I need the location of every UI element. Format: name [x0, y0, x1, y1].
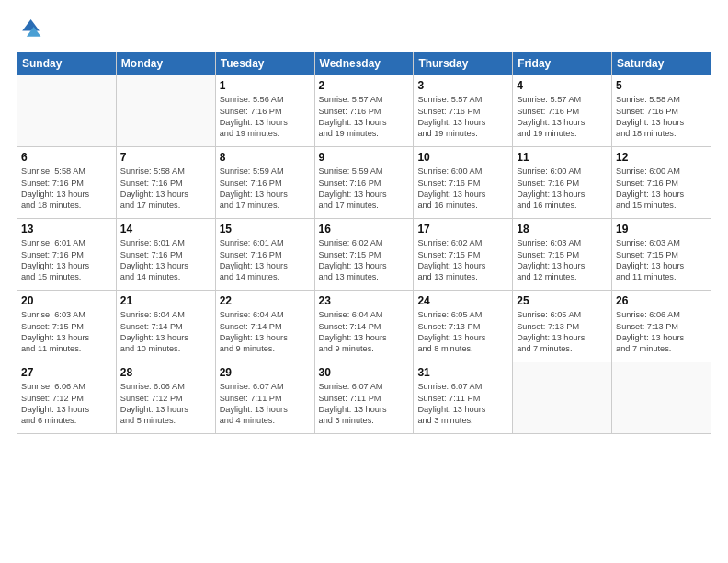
- day-info: Sunrise: 6:03 AM Sunset: 7:15 PM Dayligh…: [616, 237, 707, 283]
- calendar-cell: 20Sunrise: 6:03 AM Sunset: 7:15 PM Dayli…: [17, 291, 117, 362]
- day-number: 24: [417, 293, 508, 308]
- day-number: 3: [417, 78, 508, 93]
- day-number: 18: [517, 222, 608, 236]
- calendar-cell: 12Sunrise: 6:00 AM Sunset: 7:16 PM Dayli…: [612, 147, 711, 219]
- calendar-cell: [17, 75, 117, 147]
- day-number: 11: [517, 150, 608, 165]
- logo-icon: [17, 17, 42, 42]
- day-number: 17: [417, 222, 508, 236]
- day-number: 10: [417, 150, 508, 165]
- calendar: SundayMondayTuesdayWednesdayThursdayFrid…: [17, 52, 711, 434]
- day-info: Sunrise: 6:03 AM Sunset: 7:15 PM Dayligh…: [21, 309, 112, 355]
- day-info: Sunrise: 5:57 AM Sunset: 7:16 PM Dayligh…: [319, 94, 410, 140]
- calendar-cell: 16Sunrise: 6:02 AM Sunset: 7:15 PM Dayli…: [314, 219, 414, 291]
- calendar-cell: 25Sunrise: 6:05 AM Sunset: 7:13 PM Dayli…: [513, 291, 612, 362]
- day-number: 12: [616, 150, 707, 165]
- calendar-cell: 22Sunrise: 6:04 AM Sunset: 7:14 PM Dayli…: [215, 291, 314, 362]
- calendar-week-row: 1Sunrise: 5:56 AM Sunset: 7:16 PM Daylig…: [17, 75, 711, 147]
- header: [17, 17, 711, 42]
- day-info: Sunrise: 6:04 AM Sunset: 7:14 PM Dayligh…: [220, 309, 311, 355]
- day-number: 16: [319, 222, 410, 236]
- day-info: Sunrise: 6:01 AM Sunset: 7:16 PM Dayligh…: [120, 237, 211, 283]
- weekday-header: Sunday: [17, 52, 117, 75]
- calendar-week-row: 20Sunrise: 6:03 AM Sunset: 7:15 PM Dayli…: [17, 291, 711, 362]
- day-number: 29: [220, 365, 311, 380]
- day-number: 5: [616, 78, 707, 93]
- calendar-week-row: 27Sunrise: 6:06 AM Sunset: 7:12 PM Dayli…: [17, 362, 711, 434]
- calendar-cell: 7Sunrise: 5:58 AM Sunset: 7:16 PM Daylig…: [116, 147, 215, 219]
- logo: [17, 17, 46, 42]
- day-info: Sunrise: 6:03 AM Sunset: 7:15 PM Dayligh…: [517, 237, 608, 283]
- weekday-header: Monday: [116, 52, 215, 75]
- day-number: 28: [120, 365, 211, 380]
- day-info: Sunrise: 6:04 AM Sunset: 7:14 PM Dayligh…: [319, 309, 410, 355]
- calendar-cell: 19Sunrise: 6:03 AM Sunset: 7:15 PM Dayli…: [612, 219, 711, 291]
- calendar-cell: 17Sunrise: 6:02 AM Sunset: 7:15 PM Dayli…: [414, 219, 513, 291]
- day-info: Sunrise: 5:58 AM Sunset: 7:16 PM Dayligh…: [21, 166, 112, 212]
- calendar-cell: 30Sunrise: 6:07 AM Sunset: 7:11 PM Dayli…: [314, 362, 414, 434]
- calendar-cell: 4Sunrise: 5:57 AM Sunset: 7:16 PM Daylig…: [513, 75, 612, 147]
- calendar-cell: [612, 362, 711, 434]
- calendar-cell: [116, 75, 215, 147]
- calendar-week-row: 6Sunrise: 5:58 AM Sunset: 7:16 PM Daylig…: [17, 147, 711, 219]
- day-info: Sunrise: 5:57 AM Sunset: 7:16 PM Dayligh…: [417, 94, 508, 140]
- day-info: Sunrise: 6:02 AM Sunset: 7:15 PM Dayligh…: [417, 237, 508, 283]
- day-number: 14: [120, 222, 211, 236]
- day-info: Sunrise: 5:58 AM Sunset: 7:16 PM Dayligh…: [616, 94, 707, 140]
- calendar-cell: 11Sunrise: 6:00 AM Sunset: 7:16 PM Dayli…: [513, 147, 612, 219]
- calendar-cell: 29Sunrise: 6:07 AM Sunset: 7:11 PM Dayli…: [215, 362, 314, 434]
- day-info: Sunrise: 5:57 AM Sunset: 7:16 PM Dayligh…: [517, 94, 608, 140]
- day-info: Sunrise: 6:07 AM Sunset: 7:11 PM Dayligh…: [417, 381, 508, 427]
- day-number: 22: [220, 293, 311, 308]
- calendar-cell: 8Sunrise: 5:59 AM Sunset: 7:16 PM Daylig…: [215, 147, 314, 219]
- weekday-header-row: SundayMondayTuesdayWednesdayThursdayFrid…: [17, 52, 711, 75]
- day-info: Sunrise: 6:06 AM Sunset: 7:12 PM Dayligh…: [21, 381, 112, 427]
- calendar-cell: 6Sunrise: 5:58 AM Sunset: 7:16 PM Daylig…: [17, 147, 117, 219]
- svg-marker-0: [22, 19, 40, 30]
- day-number: 15: [220, 222, 311, 236]
- calendar-cell: 15Sunrise: 6:01 AM Sunset: 7:16 PM Dayli…: [215, 219, 314, 291]
- calendar-cell: 31Sunrise: 6:07 AM Sunset: 7:11 PM Dayli…: [414, 362, 513, 434]
- calendar-cell: 28Sunrise: 6:06 AM Sunset: 7:12 PM Dayli…: [116, 362, 215, 434]
- day-info: Sunrise: 6:00 AM Sunset: 7:16 PM Dayligh…: [517, 166, 608, 212]
- day-info: Sunrise: 5:59 AM Sunset: 7:16 PM Dayligh…: [319, 166, 410, 212]
- day-number: 7: [120, 150, 211, 165]
- day-number: 30: [319, 365, 410, 380]
- calendar-cell: 3Sunrise: 5:57 AM Sunset: 7:16 PM Daylig…: [414, 75, 513, 147]
- day-info: Sunrise: 5:58 AM Sunset: 7:16 PM Dayligh…: [120, 166, 211, 212]
- day-number: 23: [319, 293, 410, 308]
- day-info: Sunrise: 6:01 AM Sunset: 7:16 PM Dayligh…: [220, 237, 311, 283]
- day-number: 8: [220, 150, 311, 165]
- calendar-cell: 13Sunrise: 6:01 AM Sunset: 7:16 PM Dayli…: [17, 219, 117, 291]
- weekday-header: Wednesday: [314, 52, 414, 75]
- day-number: 1: [220, 78, 311, 93]
- calendar-cell: 18Sunrise: 6:03 AM Sunset: 7:15 PM Dayli…: [513, 219, 612, 291]
- day-number: 25: [517, 293, 608, 308]
- day-number: 31: [417, 365, 508, 380]
- day-info: Sunrise: 6:02 AM Sunset: 7:15 PM Dayligh…: [319, 237, 410, 283]
- day-info: Sunrise: 6:07 AM Sunset: 7:11 PM Dayligh…: [319, 381, 410, 427]
- calendar-cell: 5Sunrise: 5:58 AM Sunset: 7:16 PM Daylig…: [612, 75, 711, 147]
- calendar-cell: 27Sunrise: 6:06 AM Sunset: 7:12 PM Dayli…: [17, 362, 117, 434]
- day-info: Sunrise: 5:59 AM Sunset: 7:16 PM Dayligh…: [220, 166, 311, 212]
- day-info: Sunrise: 6:07 AM Sunset: 7:11 PM Dayligh…: [220, 381, 311, 427]
- calendar-cell: 24Sunrise: 6:05 AM Sunset: 7:13 PM Dayli…: [414, 291, 513, 362]
- day-number: 26: [616, 293, 707, 308]
- calendar-cell: 23Sunrise: 6:04 AM Sunset: 7:14 PM Dayli…: [314, 291, 414, 362]
- calendar-cell: 14Sunrise: 6:01 AM Sunset: 7:16 PM Dayli…: [116, 219, 215, 291]
- day-number: 21: [120, 293, 211, 308]
- calendar-cell: 2Sunrise: 5:57 AM Sunset: 7:16 PM Daylig…: [314, 75, 414, 147]
- day-number: 13: [21, 222, 112, 236]
- day-info: Sunrise: 6:05 AM Sunset: 7:13 PM Dayligh…: [417, 309, 508, 355]
- calendar-cell: [513, 362, 612, 434]
- page: SundayMondayTuesdayWednesdayThursdayFrid…: [0, 0, 728, 563]
- day-number: 2: [319, 78, 410, 93]
- calendar-cell: 9Sunrise: 5:59 AM Sunset: 7:16 PM Daylig…: [314, 147, 414, 219]
- weekday-header: Thursday: [414, 52, 513, 75]
- weekday-header: Friday: [513, 52, 612, 75]
- day-number: 9: [319, 150, 410, 165]
- day-info: Sunrise: 6:01 AM Sunset: 7:16 PM Dayligh…: [21, 237, 112, 283]
- day-number: 27: [21, 365, 112, 380]
- calendar-cell: 10Sunrise: 6:00 AM Sunset: 7:16 PM Dayli…: [414, 147, 513, 219]
- day-number: 6: [21, 150, 112, 165]
